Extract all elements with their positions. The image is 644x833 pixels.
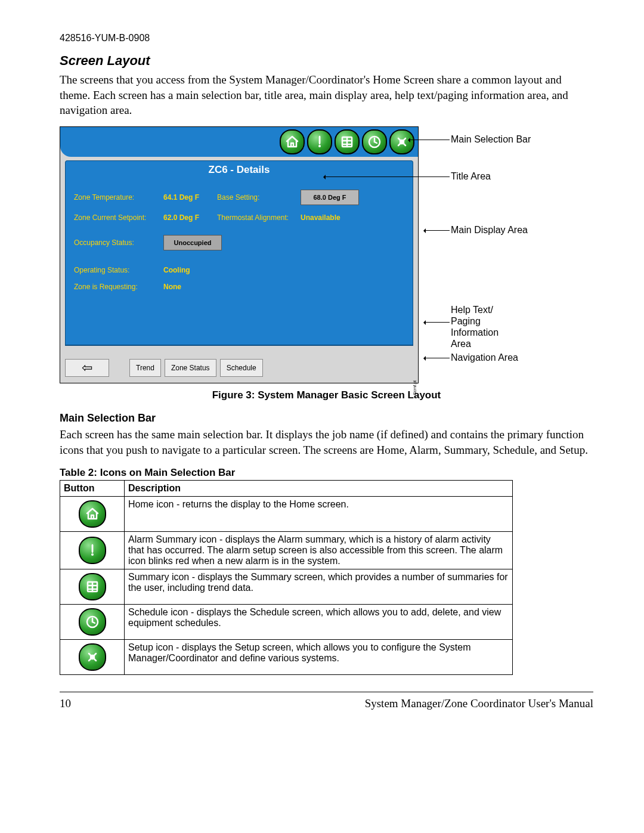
requesting-label: Zone is Requesting: [74, 283, 163, 291]
help-text-area [65, 345, 413, 354]
section-heading: Screen Layout [60, 53, 593, 69]
occupancy-value[interactable]: Unoccupied [163, 235, 222, 250]
table-row: Schedule icon - displays the Schedule sc… [60, 605, 513, 640]
zone-temp-label: Zone Temperature: [74, 193, 163, 202]
table-desc: Summary icon - displays the Summary scre… [125, 569, 513, 605]
figure-caption: Figure 3: System Manager Basic Screen La… [60, 389, 593, 401]
table-desc: Alarm Summary icon - displays the Alarm … [125, 532, 513, 569]
icons-table: Button Description Home icon - returns t… [60, 480, 513, 675]
operating-value: Cooling [163, 266, 217, 274]
therm-align-label: Thermostat Alignment: [217, 213, 301, 222]
footer-rule [60, 692, 593, 692]
zone-temp-value: 64.1 Deg F [163, 193, 217, 202]
base-setting-label: Base Setting: [217, 193, 301, 202]
operating-label: Operating Status: [74, 266, 163, 274]
table-col-button: Button [60, 481, 125, 497]
zone-setpoint-label: Zone Current Setpoint: [74, 213, 163, 222]
doc-header: 428516-YUM-B-0908 [60, 33, 593, 44]
figure-with-annotations: ZC6 - Details Zone Temperature: 64.1 Deg… [60, 126, 593, 383]
summary-icon[interactable] [335, 129, 360, 154]
anno-help-text-area: Help Text/ Paging Information Area [451, 304, 510, 350]
table-row: Alarm Summary icon - displays the Alarm … [60, 532, 513, 569]
intro-paragraph: The screens that you access from the Sys… [60, 72, 593, 118]
table-desc: Home icon - returns the display to the H… [125, 497, 513, 532]
table-row: Home icon - returns the display to the H… [60, 497, 513, 532]
schedule-button[interactable]: Schedule [220, 359, 263, 377]
occupancy-label: Occupancy Status: [74, 239, 163, 247]
requesting-value: None [163, 283, 217, 291]
schedule-icon[interactable] [362, 129, 387, 154]
summary-icon [79, 573, 106, 600]
back-button[interactable]: ⇦ [65, 359, 109, 377]
anno-main-display-area: Main Display Area [451, 224, 528, 236]
image-watermark: Scrnf.pt [413, 380, 417, 395]
zone-setpoint-value: 62.0 Deg F [163, 213, 217, 222]
anno-title-area: Title Area [451, 171, 491, 182]
footer-title: System Manager/Zone Coordinator User's M… [365, 697, 593, 710]
page-number: 10 [60, 697, 71, 710]
main-display-area: Zone Temperature: 64.1 Deg F Base Settin… [65, 179, 413, 345]
table-desc: Schedule icon - displays the Schedule sc… [125, 605, 513, 640]
table-desc: Setup icon - displays the Setup screen, … [125, 640, 513, 675]
alarm-icon [79, 537, 106, 564]
zone-status-button[interactable]: Zone Status [165, 359, 216, 377]
schedule-icon [79, 608, 106, 636]
setup-icon[interactable] [389, 129, 414, 154]
base-setting-value[interactable]: 68.0 Deg F [301, 190, 359, 205]
subsection-paragraph: Each screen has the same main selection … [60, 427, 593, 457]
navigation-area: ⇦ Trend Zone Status Schedule [60, 354, 418, 383]
main-selection-bar [60, 127, 418, 157]
therm-align-value: Unavailable [301, 213, 340, 222]
table-caption: Table 2: Icons on Main Selection Bar [60, 467, 593, 479]
subsection-heading: Main Selection Bar [60, 412, 593, 425]
home-icon [79, 500, 106, 528]
trend-button[interactable]: Trend [129, 359, 161, 377]
table-col-description: Description [125, 481, 513, 497]
setup-icon [79, 643, 106, 671]
table-row: Summary icon - displays the Summary scre… [60, 569, 513, 605]
device-screen: ZC6 - Details Zone Temperature: 64.1 Deg… [60, 126, 419, 383]
alarm-icon[interactable] [307, 129, 332, 154]
home-icon[interactable] [280, 129, 305, 154]
table-row: Setup icon - displays the Setup screen, … [60, 640, 513, 675]
anno-main-selection-bar: Main Selection Bar [451, 134, 531, 145]
anno-navigation-area: Navigation Area [451, 352, 518, 363]
